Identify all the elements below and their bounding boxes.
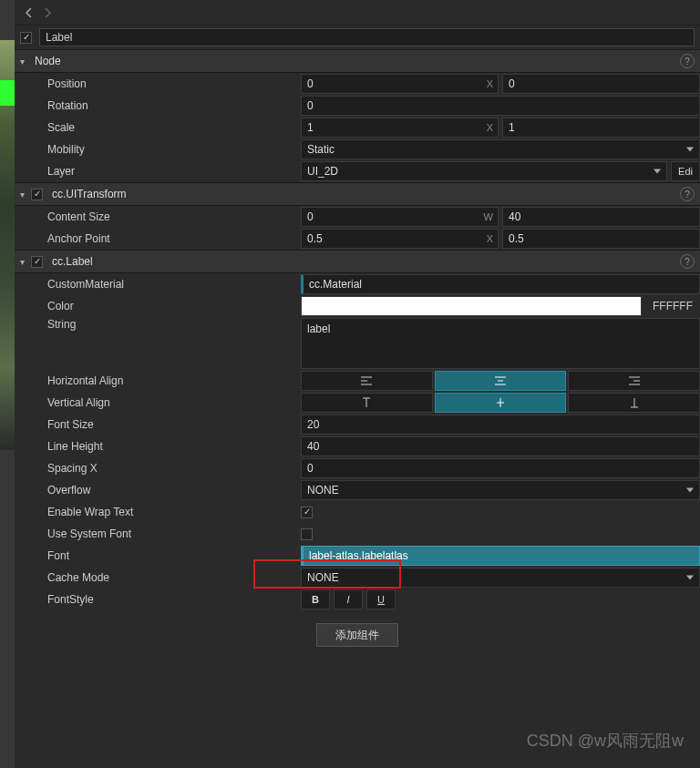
row-font-size: Font Size — [15, 414, 700, 435]
row-anchor-point: Anchor Point X — [15, 228, 700, 250]
row-scale: Scale X — [15, 117, 700, 138]
left-gutter — [0, 0, 15, 768]
component-enabled-checkbox[interactable] — [31, 256, 43, 268]
row-line-height: Line Height — [15, 435, 700, 457]
string-textarea[interactable]: label — [301, 318, 700, 369]
halign-left-button[interactable] — [301, 371, 433, 391]
anchor-x-input[interactable] — [301, 229, 499, 249]
help-icon[interactable]: ? — [680, 54, 695, 68]
label-line-height: Line Height — [47, 440, 301, 453]
row-overflow: Overflow NONE — [15, 479, 700, 501]
section-header-label[interactable]: ▾ cc.Label ? — [15, 250, 700, 273]
use-system-font-checkbox[interactable] — [301, 528, 313, 540]
overflow-select[interactable]: NONE — [301, 480, 700, 500]
selection-highlight — [0, 80, 15, 106]
font-size-input[interactable] — [301, 415, 700, 435]
w-suffix: W — [484, 211, 493, 222]
inspector-panel: ▾ Node ? Position X Rotation Scale X Mob… — [15, 0, 700, 768]
chevron-down-icon: ▾ — [20, 257, 31, 267]
section-header-node[interactable]: ▾ Node ? — [15, 49, 700, 73]
row-horizontal-align: Horizontal Align — [15, 370, 700, 392]
help-icon[interactable]: ? — [680, 254, 695, 269]
label-use-system-font: Use System Font — [47, 527, 301, 540]
row-rotation: Rotation — [15, 95, 700, 117]
label-overflow: Overflow — [47, 484, 301, 497]
position-x-input[interactable] — [301, 74, 499, 94]
mobility-select[interactable]: Static — [301, 139, 700, 159]
label-string: String — [47, 318, 301, 331]
component-enabled-checkbox[interactable] — [31, 189, 43, 200]
row-vertical-align: Vertical Align — [15, 392, 700, 414]
row-position: Position X — [15, 73, 700, 95]
spacing-x-input[interactable] — [301, 458, 700, 478]
row-use-system-font: Use System Font — [15, 523, 700, 545]
row-color: Color FFFFFF — [15, 295, 700, 317]
node-name-row — [15, 26, 700, 49]
color-hex: FFFFFF — [645, 296, 700, 316]
content-height-input[interactable] — [502, 207, 700, 227]
nav-forward-button[interactable] — [38, 4, 57, 22]
label-mobility: Mobility — [47, 143, 301, 156]
valign-segment — [301, 393, 700, 413]
nav-back-button[interactable] — [20, 4, 38, 22]
halign-center-button[interactable] — [435, 371, 567, 391]
x-suffix: X — [487, 122, 493, 133]
font-asset[interactable]: label-atlas.labelatlas — [301, 546, 700, 566]
label-spacing-x: Spacing X — [47, 462, 301, 475]
node-name-input[interactable] — [39, 28, 695, 46]
layer-edit-button[interactable]: Edi — [671, 161, 700, 181]
section-title: Node — [35, 55, 61, 67]
valign-top-button[interactable] — [301, 393, 433, 413]
chevron-down-icon: ▾ — [20, 56, 31, 67]
halign-segment — [301, 371, 700, 391]
row-content-size: Content Size W — [15, 206, 700, 228]
cache-mode-select[interactable]: NONE — [301, 568, 700, 588]
label-cache-mode: Cache Mode — [47, 571, 301, 584]
row-font-style: FontStyle B I U — [15, 589, 700, 610]
help-icon[interactable]: ? — [680, 187, 695, 201]
content-width-input[interactable] — [301, 207, 499, 227]
row-layer: Layer UI_2D Edi — [15, 160, 700, 182]
label-font-style: FontStyle — [47, 593, 301, 606]
label-font: Font — [47, 549, 301, 562]
italic-button[interactable]: I — [334, 589, 363, 609]
row-mobility: Mobility Static — [15, 138, 700, 160]
label-content-size: Content Size — [47, 210, 301, 223]
row-spacing-x: Spacing X — [15, 457, 700, 479]
scale-x-input[interactable] — [301, 118, 499, 138]
underline-button[interactable]: U — [366, 589, 396, 609]
scale-y-input[interactable] — [502, 118, 700, 138]
label-position: Position — [47, 77, 301, 90]
row-string: String label — [15, 317, 700, 370]
custom-material-asset[interactable]: cc.Material — [301, 274, 700, 294]
rotation-input[interactable] — [301, 96, 700, 116]
bold-button[interactable]: B — [301, 589, 330, 609]
section-title: cc.Label — [52, 255, 93, 268]
x-suffix: X — [487, 233, 493, 244]
layer-select[interactable]: UI_2D — [301, 161, 667, 181]
valign-bottom-button[interactable] — [568, 393, 700, 413]
row-cache-mode: Cache Mode NONE — [15, 567, 700, 589]
x-suffix: X — [487, 78, 493, 89]
line-height-input[interactable] — [301, 436, 700, 456]
add-component-button[interactable]: 添加组件 — [316, 623, 398, 647]
label-halign: Horizontal Align — [47, 374, 301, 387]
row-enable-wrap: Enable Wrap Text — [15, 501, 700, 523]
anchor-y-input[interactable] — [502, 229, 700, 249]
valign-middle-button[interactable] — [435, 393, 567, 413]
row-custom-material: CustomMaterial cc.Material — [15, 273, 700, 295]
color-swatch[interactable] — [301, 296, 642, 316]
label-layer: Layer — [47, 165, 301, 178]
label-scale: Scale — [47, 121, 301, 134]
label-font-size: Font Size — [47, 418, 301, 431]
node-active-checkbox[interactable] — [20, 32, 32, 44]
enable-wrap-checkbox[interactable] — [301, 507, 313, 518]
label-valign: Vertical Align — [47, 396, 301, 409]
position-y-input[interactable] — [502, 74, 700, 94]
section-title: cc.UITransform — [52, 188, 127, 200]
chevron-down-icon: ▾ — [20, 189, 31, 200]
halign-right-button[interactable] — [568, 371, 700, 391]
toolbar — [15, 0, 700, 26]
label-rotation: Rotation — [47, 99, 301, 112]
section-header-uitransform[interactable]: ▾ cc.UITransform ? — [15, 182, 700, 206]
